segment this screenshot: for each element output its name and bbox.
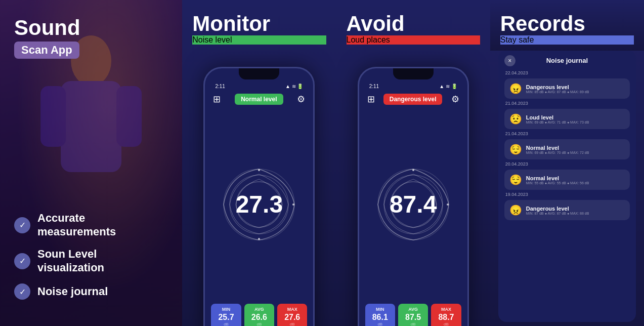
panel-sound-scan: Sound Scan App ✓ Accuratemeasurements ✓ … xyxy=(0,0,182,326)
entry-level-1: Dangerous level xyxy=(526,84,589,90)
entry-content-5: Dangerous level MIN: 87 dB ● AVG: 87 dB … xyxy=(526,206,589,215)
stat-avg-3: AVG 87.5 dB xyxy=(398,304,428,326)
feature-check-2: ✓ xyxy=(14,253,30,269)
status-bar-2: 2:11 ▲ ≋ 🔋 xyxy=(211,83,307,90)
svg-rect-3 xyxy=(116,86,142,147)
stat-max-value-3: 88.7 xyxy=(433,313,459,322)
panel-records: Records Stay safe × Noise journal 22.04.… xyxy=(490,0,644,326)
circle-viz-3: 87.4 xyxy=(365,109,461,300)
gear-icon-2[interactable]: ⚙ xyxy=(297,94,305,105)
noise-journal: × Noise journal 22.04.2023 😠 Dangerous l… xyxy=(498,51,636,322)
entry-emoji-4: 😌 xyxy=(509,174,522,186)
journal-entry-4: 😌 Normal level MIN: 55 dB ● AVG: 55 dB ●… xyxy=(504,170,630,190)
level-badge-3: Dangerous level xyxy=(383,94,443,105)
panel3-title: Avoid xyxy=(347,12,480,35)
panel2-top: Monitor Noise level xyxy=(182,0,336,51)
entry-stats-5: MIN: 87 dB ● AVG: 87 dB ● MAX: 88 dB xyxy=(526,212,589,215)
panel4-top: Records Stay safe xyxy=(490,0,644,51)
svg-rect-2 xyxy=(40,86,66,147)
phone-screen-2: 2:11 ▲ ≋ 🔋 ⊞ Normal level ⚙ xyxy=(205,68,313,326)
svg-point-9 xyxy=(258,238,260,240)
entry-level-5: Dangerous level xyxy=(526,206,589,212)
feature-check-1: ✓ xyxy=(14,217,30,233)
layers-icon-3[interactable]: ⊞ xyxy=(367,94,375,105)
svg-point-13 xyxy=(412,169,414,171)
signal-icons-3: ▲ ≋ 🔋 xyxy=(439,84,457,89)
entry-content-2: Loud level MIN: 69 dB ● AVG: 71 dB ● MAX… xyxy=(526,114,589,124)
journal-date-5: 19.04.2023 xyxy=(504,192,630,197)
db-reading-3: 87.4 xyxy=(390,190,437,218)
entry-stats-3: MIN: 69 dB ● AVG: 70 dB ● MAX: 72 dB xyxy=(526,151,589,154)
stat-avg-2: AVG 26.6 dB xyxy=(244,304,274,326)
stat-avg-value-3: 87.5 xyxy=(400,313,426,322)
entry-stats-2: MIN: 69 dB ● AVG: 71 dB ● MAX: 73 dB xyxy=(526,120,589,124)
panel1-title: Sound xyxy=(14,16,168,39)
phone-screen-3: 2:11 ▲ ≋ 🔋 ⊞ Dangerous level ⚙ xyxy=(359,68,467,326)
top-bar-2: ⊞ Normal level ⚙ xyxy=(211,94,307,105)
db-reading-2: 27.3 xyxy=(236,190,283,218)
stats-row-3: MIN 86.1 dB AVG 87.5 dB MAX 88.7 dB xyxy=(365,304,461,326)
panel-avoid: Avoid Loud places 2:11 ▲ ≋ 🔋 ⊞ Dangerous… xyxy=(336,0,490,326)
journal-date-3: 21.04.2023 xyxy=(504,131,630,136)
time-3: 2:11 xyxy=(369,84,379,89)
circle-viz-2: 27.3 xyxy=(211,109,307,300)
entry-content-4: Normal level MIN: 55 dB ● AVG: 55 dB ● M… xyxy=(526,175,589,185)
panel3-badge: Loud places xyxy=(347,35,480,45)
phone-wrapper-2: 2:11 ▲ ≋ 🔋 ⊞ Normal level ⚙ xyxy=(182,51,336,326)
entry-emoji-1: 😠 xyxy=(509,83,522,95)
stat-max-3: MAX 88.7 dB xyxy=(431,304,461,326)
stat-max-2: MAX 27.6 dB xyxy=(277,304,307,326)
entry-emoji-3: 😌 xyxy=(509,143,522,155)
svg-point-14 xyxy=(447,203,449,206)
stats-row-2: MIN 25.7 dB AVG 26.6 dB MAX 27.6 dB xyxy=(211,304,307,326)
panel3-top: Avoid Loud places xyxy=(336,0,490,51)
journal-entry-3: 😌 Normal level MIN: 69 dB ● AVG: 70 dB ●… xyxy=(504,139,630,159)
stat-min-value-2: 25.7 xyxy=(213,313,239,322)
status-bar-3: 2:11 ▲ ≋ 🔋 xyxy=(365,83,461,90)
panel1-badge: Scan App xyxy=(14,42,79,59)
phone-notch-3 xyxy=(393,68,434,79)
feature-check-3: ✓ xyxy=(14,283,30,300)
feature-text-2: Soun Levelvisualization xyxy=(37,248,104,274)
stat-avg-value-2: 26.6 xyxy=(246,313,272,322)
journal-date-1: 22.04.2023 xyxy=(504,70,630,75)
feature-text-3: Noise journal xyxy=(37,285,108,298)
level-badge-2: Normal level xyxy=(235,94,283,105)
stat-min-2: MIN 25.7 dB xyxy=(211,304,241,326)
entry-content-3: Normal level MIN: 69 dB ● AVG: 70 dB ● M… xyxy=(526,145,589,154)
entry-emoji-5: 😠 xyxy=(509,204,522,216)
svg-rect-1 xyxy=(61,81,121,172)
stat-max-value-2: 27.6 xyxy=(279,313,305,322)
journal-entry-2: 😟 Loud level MIN: 69 dB ● AVG: 71 dB ● M… xyxy=(504,109,630,129)
feature-item-1: ✓ Accuratemeasurements xyxy=(14,212,168,238)
journal-entry-1: 😠 Dangerous level MIN: 85 dB ● AVG: 87 d… xyxy=(504,78,630,99)
journal-title: Noise journal xyxy=(546,57,588,64)
stat-min-3: MIN 86.1 dB xyxy=(365,304,395,326)
signal-icons-2: ▲ ≋ 🔋 xyxy=(285,84,303,89)
svg-point-7 xyxy=(258,169,260,171)
journal-date-4: 20.04.2023 xyxy=(504,161,630,167)
layers-icon-2[interactable]: ⊞ xyxy=(213,94,221,105)
feature-item-3: ✓ Noise journal xyxy=(14,283,168,300)
entry-level-2: Loud level xyxy=(526,114,589,120)
phone-monitor: 2:11 ▲ ≋ 🔋 ⊞ Normal level ⚙ xyxy=(203,67,315,326)
feature-item-2: ✓ Soun Levelvisualization xyxy=(14,248,168,274)
journal-header: × Noise journal xyxy=(504,57,630,64)
time-2: 2:11 xyxy=(215,84,225,89)
entry-level-3: Normal level xyxy=(526,145,589,151)
entry-stats-4: MIN: 55 dB ● AVG: 55 dB ● MAX: 56 dB xyxy=(526,181,589,185)
entry-emoji-2: 😟 xyxy=(509,113,522,125)
phone-avoid: 2:11 ▲ ≋ 🔋 ⊞ Dangerous level ⚙ xyxy=(358,67,469,326)
phone-notch-2 xyxy=(239,68,279,79)
entry-level-4: Normal level xyxy=(526,175,589,181)
top-bar-3: ⊞ Dangerous level ⚙ xyxy=(365,94,461,105)
svg-point-8 xyxy=(292,203,294,206)
close-button[interactable]: × xyxy=(504,55,516,66)
feature-text-1: Accuratemeasurements xyxy=(37,212,116,238)
journal-date-2: 21.04.2023 xyxy=(504,101,630,106)
gear-icon-3[interactable]: ⚙ xyxy=(451,94,459,105)
entry-stats-1: MIN: 85 dB ● AVG: 87 dB ● MAX: 89 dB xyxy=(526,90,589,94)
panel2-badge: Noise level xyxy=(192,35,326,45)
journal-entry-5: 😠 Dangerous level MIN: 87 dB ● AVG: 87 d… xyxy=(504,200,630,220)
panel2-title: Monitor xyxy=(192,12,326,35)
